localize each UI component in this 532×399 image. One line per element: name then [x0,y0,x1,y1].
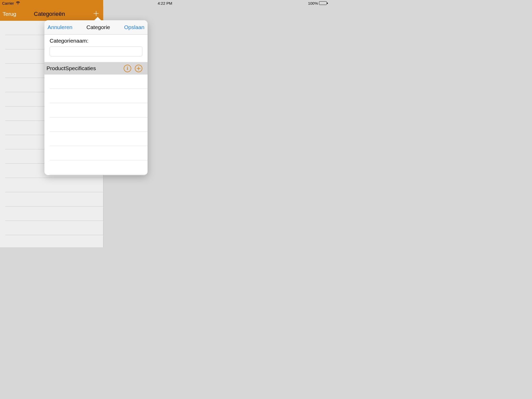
list-item[interactable] [50,75,148,89]
list-item[interactable] [50,117,148,132]
save-button[interactable]: Opslaan [124,24,144,30]
popover-header: Annuleren Categorie Opslaan [44,20,148,35]
status-time: 4:22 PM [158,1,172,5]
battery-percent: 100% [308,1,318,5]
category-name-label: Categorienaam: [50,38,142,44]
list-item[interactable] [50,160,148,175]
info-icon: i [127,66,128,71]
plus-icon [136,66,141,71]
list-item[interactable] [5,207,103,221]
category-name-input[interactable] [50,46,142,56]
list-item[interactable] [50,146,148,160]
spec-section-header: ProductSpecificaties i [44,62,148,75]
plus-icon [93,10,99,17]
popover-form: Categorienaam: [44,35,148,62]
list-item[interactable] [5,235,103,247]
wifi-icon [16,1,20,5]
carrier-label: Carrier [2,1,14,5]
list-item[interactable] [50,132,148,146]
popover-new-category: Annuleren Categorie Opslaan Categorienaa… [44,20,148,175]
status-bar: Carrier 4:22 PM 100% [0,0,330,6]
battery-icon [319,1,328,5]
spec-add-button[interactable] [135,65,142,72]
popover-title: Categorie [87,24,110,30]
spec-list[interactable] [44,75,148,175]
list-item[interactable] [50,89,148,103]
list-item[interactable] [50,103,148,117]
list-item[interactable] [5,221,103,235]
spec-section-title: ProductSpecificaties [46,65,120,71]
spec-info-button[interactable]: i [124,65,131,72]
page-title: Categorieën [6,11,93,17]
list-item[interactable] [5,178,103,192]
popover-arrow [94,17,101,21]
cancel-button[interactable]: Annuleren [48,24,72,30]
list-item[interactable] [5,192,103,207]
